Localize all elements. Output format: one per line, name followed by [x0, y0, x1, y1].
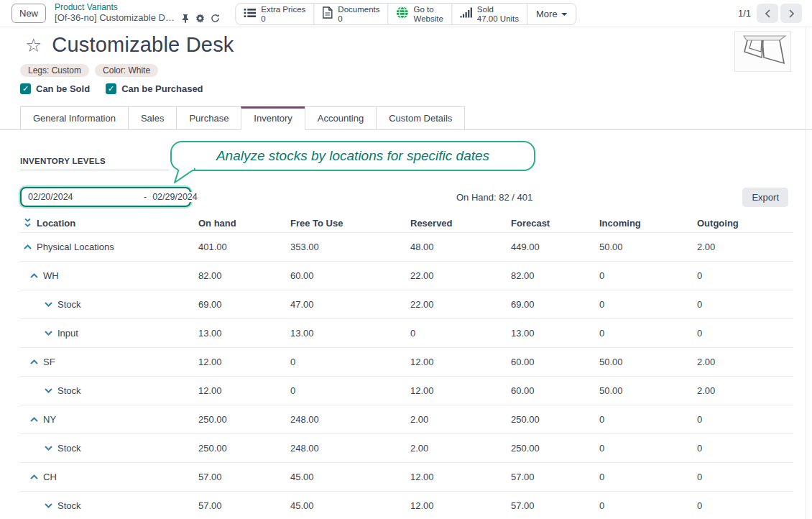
- sold-button[interactable]: Sold 47.00 Units: [451, 4, 527, 24]
- forecast-value: 13.00: [511, 328, 599, 339]
- can-be-sold-checkbox[interactable]: ✓ Can be Sold: [20, 83, 90, 94]
- column-header-outgoing[interactable]: Outgoing: [697, 218, 793, 229]
- forecast-value: 57.00: [511, 500, 599, 511]
- extra-prices-button[interactable]: Extra Prices 0: [236, 4, 313, 24]
- variant-tag[interactable]: Legs: Custom: [20, 64, 89, 77]
- tooltip-text: Analyze stocks by locations for specific…: [216, 148, 489, 164]
- table-row[interactable]: Physical Locations 401.00 353.00 48.00 4…: [20, 233, 793, 262]
- export-button[interactable]: Export: [742, 188, 788, 207]
- unfold-all-icon[interactable]: [23, 218, 32, 228]
- reserved-value: 22.00: [410, 270, 511, 281]
- tab-accounting[interactable]: Accounting: [305, 106, 377, 130]
- notebook-tabs: General Information Sales Purchase Inven…: [0, 106, 812, 130]
- website-globe-icon: [397, 6, 409, 22]
- tab-purchase[interactable]: Purchase: [176, 106, 241, 130]
- can-be-purchased-label: Can be Purchased: [121, 83, 203, 94]
- date-from-input[interactable]: [28, 192, 144, 202]
- chevron-down-icon[interactable]: [44, 330, 53, 336]
- date-range-picker[interactable]: -: [20, 187, 191, 207]
- pager-previous-button[interactable]: [757, 4, 778, 23]
- incoming-value: 0: [599, 500, 697, 511]
- free-to-use-value: 0: [290, 357, 410, 367]
- on-hand-value: 401.00: [198, 242, 290, 252]
- chevron-down-icon[interactable]: [44, 387, 53, 394]
- product-variant-form-page: New Product Variants [Of-36-no] Customiz…: [0, 0, 812, 519]
- reserved-value: 12.00: [410, 472, 511, 482]
- forecast-value: 250.00: [511, 414, 599, 425]
- breadcrumb-parent[interactable]: Product Variants: [55, 3, 220, 13]
- table-row[interactable]: Input 13.00 13.00 0 13.00 0 0: [20, 319, 793, 348]
- variant-tags: Legs: Custom Color: White: [20, 64, 812, 77]
- pin-icon[interactable]: [181, 14, 190, 23]
- on-hand-value: 69.00: [198, 299, 290, 310]
- chevron-up-icon[interactable]: [29, 474, 39, 480]
- free-to-use-value: 45.00: [290, 500, 410, 511]
- table-row[interactable]: Stock 250.00 248.00 2.00 250.00 0 0: [20, 434, 793, 463]
- product-image[interactable]: [734, 31, 791, 72]
- forecast-value: 82.00: [511, 270, 599, 281]
- on-hand-summary: On Hand: 82 / 401: [456, 192, 532, 203]
- tab-general-information[interactable]: General Information: [20, 106, 129, 130]
- go-to-website-label-line1: Go to: [414, 5, 443, 14]
- forecast-value: 60.00: [511, 357, 599, 367]
- table-row[interactable]: CH 57.00 45.00 12.00 57.00 0 0: [20, 463, 793, 492]
- chevron-up-icon[interactable]: [29, 359, 39, 365]
- onboarding-tooltip: Analyze stocks by locations for specific…: [170, 141, 535, 171]
- chevron-up-icon[interactable]: [23, 244, 32, 250]
- column-header-free-to-use[interactable]: Free To Use: [290, 218, 410, 229]
- outgoing-value: 0: [697, 328, 793, 339]
- reserved-value: 12.00: [410, 500, 511, 511]
- table-row[interactable]: Stock 57.00 45.00 12.00 57.00 0 0: [20, 492, 793, 519]
- checkbox-checked-icon: ✓: [20, 83, 31, 94]
- column-header-reserved[interactable]: Reserved: [410, 218, 511, 229]
- reserved-value: 12.00: [410, 385, 511, 396]
- incoming-value: 0: [599, 472, 697, 482]
- on-hand-value: 57.00: [198, 472, 290, 482]
- column-header-incoming[interactable]: Incoming: [599, 218, 697, 229]
- forecast-value: 449.00: [511, 242, 599, 252]
- table-row[interactable]: SF 12.00 0 12.00 60.00 50.00 2.00: [20, 348, 793, 377]
- pager-next-button[interactable]: [780, 4, 802, 23]
- outgoing-value: 0: [697, 443, 793, 454]
- sold-label: Sold: [477, 5, 519, 14]
- chevron-down-icon[interactable]: [44, 445, 53, 451]
- reserved-value: 48.00: [410, 242, 511, 252]
- favorite-star-icon[interactable]: ☆: [25, 36, 42, 55]
- extra-prices-value: 0: [261, 14, 305, 24]
- documents-icon: [322, 6, 333, 22]
- tab-custom-details[interactable]: Custom Details: [376, 106, 465, 130]
- table-row[interactable]: WH 82.00 60.00 22.00 82.00 0 0: [20, 262, 793, 290]
- extra-prices-list-icon: [244, 8, 256, 21]
- incoming-value: 0: [599, 270, 697, 281]
- tab-sales[interactable]: Sales: [128, 106, 177, 130]
- table-row[interactable]: Stock 12.00 0 12.00 60.00 50.00 2.00: [20, 377, 793, 405]
- date-to-input[interactable]: [152, 192, 204, 202]
- outgoing-value: 2.00: [697, 385, 793, 396]
- scrollbar-track-edge: [806, 27, 806, 519]
- chevron-down-icon[interactable]: [44, 301, 53, 308]
- free-to-use-value: 45.00: [290, 472, 410, 482]
- go-to-website-button[interactable]: Go to Website: [388, 4, 451, 24]
- column-header-location[interactable]: Location: [37, 218, 75, 229]
- location-label: NY: [43, 414, 56, 425]
- variant-tag[interactable]: Color: White: [95, 64, 158, 77]
- column-header-forecast[interactable]: Forecast: [511, 218, 599, 229]
- table-row[interactable]: Stock 69.00 47.00 22.00 69.00 0 0: [20, 290, 793, 319]
- gear-icon[interactable]: [195, 14, 205, 23]
- documents-value: 0: [338, 14, 379, 24]
- can-be-purchased-checkbox[interactable]: ✓ Can be Purchased: [106, 83, 203, 94]
- free-to-use-value: 248.00: [290, 443, 410, 454]
- outgoing-value: 0: [697, 472, 793, 482]
- tab-inventory[interactable]: Inventory: [241, 106, 305, 130]
- refresh-icon[interactable]: [211, 14, 220, 23]
- reserved-value: 22.00: [410, 299, 511, 310]
- table-row[interactable]: NY 250.00 248.00 2.00 250.00 0 0: [20, 405, 793, 434]
- chevron-down-icon[interactable]: [44, 502, 53, 509]
- more-button[interactable]: More: [527, 4, 576, 24]
- chevron-up-icon[interactable]: [29, 416, 39, 423]
- chevron-up-icon[interactable]: [29, 272, 39, 279]
- new-button[interactable]: New: [11, 4, 46, 23]
- documents-button[interactable]: Documents 0: [313, 4, 387, 24]
- column-header-on-hand[interactable]: On hand: [198, 218, 290, 229]
- sold-bar-chart-icon: [460, 7, 472, 21]
